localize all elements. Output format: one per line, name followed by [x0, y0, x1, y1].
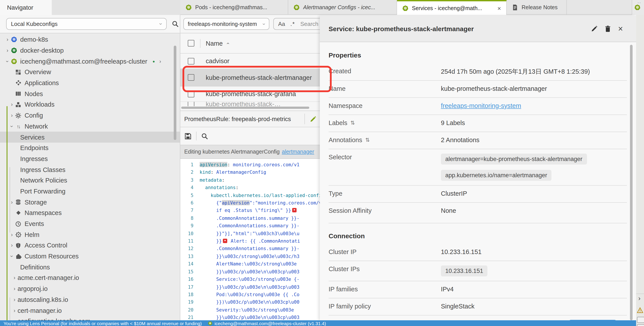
- divider: [636, 294, 644, 294]
- alertmanager-config-link[interactable]: alertmanager: [282, 149, 314, 155]
- sidebar-item-config[interactable]: ›Config: [0, 110, 180, 121]
- yaml-editor[interactable]: 1apiVersion: monitoring.coreos.com/v12ki…: [180, 159, 320, 320]
- table-row-grafana[interactable]: kube-prometheus-stack-grafana: [180, 86, 320, 102]
- navigator-title: Navigator: [7, 4, 33, 11]
- sidebar-item-overview[interactable]: Overview: [0, 67, 180, 78]
- sidebar-item-events[interactable]: Events: [0, 218, 180, 229]
- sort-asc-icon[interactable]: ›: [224, 42, 230, 44]
- sidebar-item-argoproj[interactable]: ›argoproj.io: [0, 284, 180, 294]
- trash-icon[interactable]: [604, 26, 611, 32]
- chevron-right-icon[interactable]: ›: [12, 275, 18, 280]
- regex-icon[interactable]: .*: [290, 20, 295, 27]
- expand-icon[interactable]: ⇅: [365, 137, 370, 143]
- chevron-right-icon[interactable]: ›: [12, 297, 18, 302]
- sidebar-item-nodes[interactable]: Nodes: [0, 88, 180, 99]
- sidebar-item-namespaces[interactable]: Namespaces: [0, 208, 180, 218]
- row-checkbox[interactable]: [188, 58, 194, 64]
- chevron-down-icon[interactable]: ›: [9, 123, 14, 130]
- sidebar-item-cert-manager[interactable]: ›cert-manager.io: [0, 305, 180, 316]
- sidebar-item-endpoints[interactable]: Endpoints: [0, 142, 180, 153]
- sidebar-item-configuration-konghq[interactable]: ›configuration.konghq.com: [0, 316, 180, 320]
- sidebar-item-services[interactable]: Services: [0, 132, 180, 142]
- alarm-emoji-icon: [223, 239, 227, 243]
- alarm-emoji-icon: [292, 208, 296, 212]
- sidebar-item-docker-desktop[interactable]: ›docker-desktop: [0, 45, 180, 56]
- match-case-icon[interactable]: Aa: [278, 20, 285, 27]
- namespace-select[interactable]: freeleaps-monitoring-system ›: [183, 18, 269, 30]
- tab-release-notes[interactable]: Release Notes: [507, 0, 567, 15]
- sidebar-item-freeleaps-cluster[interactable]: ›icecheng@mathmast.com@freeleaps-cluster…: [0, 56, 180, 67]
- partial-widget: [637, 317, 644, 323]
- search-input[interactable]: Aa .* Search: [273, 18, 320, 30]
- drawer-title: Service: kube-prometheus-stack-alertmana…: [328, 25, 474, 32]
- table-row-cadvisor[interactable]: cadvisor: [180, 54, 320, 69]
- save-icon[interactable]: [185, 133, 191, 139]
- sidebar-item-ingresses[interactable]: Ingresses: [0, 153, 180, 164]
- close-icon[interactable]: ×: [498, 4, 501, 12]
- horizontal-scrollbar[interactable]: [181, 106, 309, 109]
- chevron-left-icon[interactable]: ‹: [638, 296, 640, 303]
- chevron-right-icon[interactable]: ›: [9, 232, 15, 237]
- gear-icon: [15, 112, 21, 118]
- sidebar-item-access-control[interactable]: ›Access Control: [0, 240, 180, 251]
- name-column-header[interactable]: Name: [206, 40, 223, 47]
- sidebar-item-ingress-classes[interactable]: Ingress Classes: [0, 164, 180, 175]
- chevron-right-icon[interactable]: ›: [12, 286, 18, 291]
- select-all-checkbox[interactable]: [188, 40, 194, 46]
- expand-icon[interactable]: ⇅: [350, 120, 355, 126]
- search-icon[interactable]: [172, 20, 178, 27]
- pencil-icon[interactable]: [310, 116, 316, 122]
- sidebar-scrollbar[interactable]: [174, 46, 176, 140]
- shield-icon: [15, 243, 21, 248]
- row-checkbox[interactable]: [188, 74, 194, 81]
- namespace-link[interactable]: freeleaps-monitoring-system: [441, 102, 521, 109]
- chevron-right-icon[interactable]: ›: [4, 48, 10, 53]
- sidebar-item-definitions[interactable]: Definitions: [0, 262, 180, 272]
- kubeconfig-select[interactable]: Local Kubeconfigs ›: [6, 18, 167, 30]
- table-row-alertmanager[interactable]: kube-prometheus-stack-alertmanager: [180, 69, 320, 86]
- sidebar-item-acme-cert-manager[interactable]: ›acme.cert-manager.io: [0, 272, 180, 283]
- sidebar-item-storage[interactable]: ›Storage: [0, 197, 180, 208]
- chevron-right-icon[interactable]: ›: [4, 37, 10, 42]
- edit-pencil-icon[interactable]: [591, 26, 598, 32]
- sidebar-item-custom-resources[interactable]: ›Custom Resources: [0, 251, 180, 262]
- chevron-right-icon[interactable]: ›: [9, 243, 15, 248]
- table-row-partial[interactable]: kube-prometheus-stack-…: [180, 102, 320, 106]
- sidebar-item-helm[interactable]: ›Helm: [0, 229, 180, 240]
- sidebar-item-workloads[interactable]: ›Workloads: [0, 99, 180, 110]
- chevron-right-icon[interactable]: ›: [159, 58, 161, 64]
- tab-pods[interactable]: Pods - icecheng@mathmas...: [180, 0, 288, 15]
- cluster-expand-guide: [6, 106, 8, 320]
- sidebar-item-port-forwarding[interactable]: Port Forwarding: [0, 186, 180, 196]
- chevron-down-icon[interactable]: ›: [5, 58, 10, 64]
- table-header: Name ›: [180, 33, 320, 54]
- sidebar-item-demo-k8s[interactable]: ›demo-k8s: [0, 34, 180, 45]
- tab-services[interactable]: Services - icecheng@math... ×: [397, 0, 507, 15]
- lens-app-window: Navigator Pods - icecheng@mathmas... Ale…: [0, 0, 644, 326]
- row-ip-family-policy: IP family policy SingleStack: [328, 298, 627, 316]
- prometheusrule-bar[interactable]: PrometheusRule: freepeals-prod-metrics: [180, 110, 320, 127]
- chevron-right-icon[interactable]: ›: [12, 318, 18, 320]
- chevron-right-icon[interactable]: ›: [12, 308, 18, 313]
- code-token: :: [222, 177, 224, 182]
- search-icon[interactable]: [201, 133, 208, 139]
- row-checkbox[interactable]: [188, 102, 194, 106]
- close-icon[interactable]: ×: [618, 24, 623, 33]
- editor-toolbar: [180, 127, 320, 145]
- sidebar-item-network[interactable]: ›↑↓Network: [0, 121, 180, 132]
- chevron-down-icon[interactable]: ›: [9, 253, 14, 259]
- row-checkbox[interactable]: [188, 90, 194, 97]
- chevron-right-icon[interactable]: ›: [9, 102, 15, 107]
- service-details-drawer: Service: kube-prometheus-stack-alertmana…: [320, 16, 636, 320]
- nodes-icon: [15, 91, 21, 97]
- kubernetes-icon: [402, 5, 408, 11]
- sidebar-item-applications[interactable]: Applications: [0, 78, 180, 88]
- sidebar-item-network-policies[interactable]: Network Policies: [0, 175, 180, 186]
- tab-alertmanager-configs[interactable]: Alertmanager Configs - icec...: [288, 0, 397, 15]
- selector-chip: app.kubernetes.io/name=alertmanager: [441, 170, 552, 181]
- code-token: kind: [200, 170, 211, 175]
- drawer-scrollbar[interactable]: [630, 45, 632, 320]
- row-session-affinity: Session Affinity None: [328, 203, 627, 223]
- sidebar-item-autoscaling[interactable]: ›autoscaling.k8s.io: [0, 294, 180, 305]
- chevron-right-icon[interactable]: ›: [9, 113, 15, 118]
